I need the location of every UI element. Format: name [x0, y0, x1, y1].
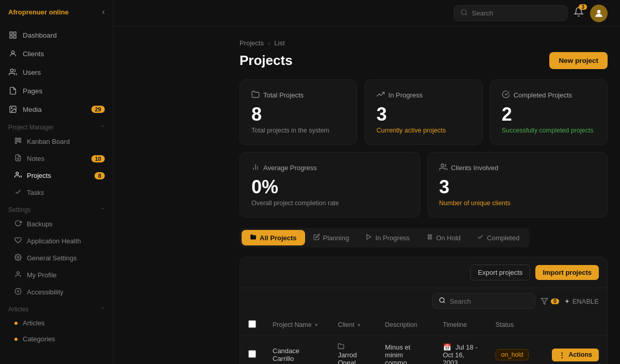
sidebar-sub-label: Application Health [27, 237, 81, 245]
sidebar-item-tasks[interactable]: Tasks [0, 184, 113, 201]
col-description: Description [385, 321, 418, 328]
notification-badge: 3 [579, 4, 587, 10]
sidebar-item-label: Users [23, 69, 41, 76]
client-icon [338, 343, 344, 351]
sidebar-item-general-settings[interactable]: General Settings [0, 250, 113, 267]
table-search-box[interactable] [432, 293, 535, 309]
svg-point-13 [16, 172, 19, 175]
accessibility-icon [14, 288, 22, 296]
sidebar-item-dashboard[interactable]: Dashboard [0, 26, 113, 44]
tab-in-progress[interactable]: In Progress [357, 230, 418, 245]
sidebar-item-clients[interactable]: Clients [0, 44, 113, 63]
tasks-icon [14, 188, 22, 197]
sidebar-item-label: Media [23, 106, 42, 113]
import-button[interactable]: Import projects [535, 265, 599, 280]
tab-completed[interactable]: Completed [469, 230, 528, 245]
stat-desc: Currently active projects [376, 127, 470, 134]
stat-cards-row2: Average Progress 0% Overall project comp… [240, 152, 608, 218]
svg-point-17 [462, 10, 466, 14]
project-manager-section: Project Manager ⌃ [0, 119, 113, 133]
check-circle-icon [502, 90, 510, 100]
pages-icon [8, 86, 18, 95]
folder-icon [251, 90, 260, 100]
projects-badge: 8 [94, 172, 105, 179]
sidebar-sub-label: General Settings [27, 254, 77, 262]
row-checkbox[interactable] [248, 350, 256, 358]
sidebar-item-kanban[interactable]: Kanban Board [0, 133, 113, 150]
sidebar-item-articles[interactable]: Articles [0, 315, 113, 331]
search-input[interactable] [472, 9, 561, 17]
page-header: Projects New project [240, 52, 608, 69]
notification-button[interactable]: 3 [574, 7, 584, 20]
media-icon [8, 105, 18, 114]
table-toolbar: Export projects Import projects [240, 257, 607, 288]
sidebar-item-backups[interactable]: Backups [0, 216, 113, 233]
sidebar-item-categories[interactable]: Categories [0, 331, 113, 347]
header-search[interactable] [454, 5, 567, 21]
tab-on-hold[interactable]: On Hold [418, 230, 469, 245]
svg-point-5 [10, 69, 13, 72]
main-content: Projects › List Projects New project Tot… [227, 27, 620, 364]
stat-card-avg-progress: Average Progress 0% Overall project comp… [240, 152, 420, 218]
sidebar-sub-label: Accessibility [27, 288, 63, 296]
actions-button[interactable]: ⋮ Actions [552, 349, 599, 361]
stat-label: Average Progress [251, 163, 408, 173]
col-project-name[interactable]: Project Name ▼ [273, 321, 321, 328]
new-project-button[interactable]: New project [549, 52, 608, 69]
status-badge: on_hold [496, 349, 529, 360]
sidebar-sub-label: Articles [23, 319, 45, 327]
sidebar-item-users[interactable]: Users [0, 63, 113, 81]
export-button[interactable]: Export projects [470, 264, 531, 280]
sidebar-item-my-profile[interactable]: My Profile [0, 267, 113, 284]
tab-icon [426, 234, 433, 242]
sidebar-item-pages[interactable]: Pages [0, 81, 113, 100]
table-search-input[interactable] [450, 297, 529, 305]
table-row: Candace Carrillo Jarrod Oneal Minus et m… [240, 336, 607, 365]
stat-label: In Progress [376, 90, 470, 100]
col-client[interactable]: Client ▼ [338, 321, 368, 328]
stat-card-total-projects: Total Projects 8 Total projects in the s… [240, 79, 357, 145]
sidebar-item-label: Dashboard [23, 31, 57, 39]
projects-table-section: Export projects Import projects 0 ✦ ENAB… [240, 257, 608, 364]
notes-badge: 10 [91, 155, 105, 162]
table-search-row: 0 ✦ ENABLE [240, 288, 607, 314]
sidebar-item-app-health[interactable]: Application Health [0, 233, 113, 250]
settings-label: Settings [8, 206, 30, 213]
general-settings-icon [14, 254, 22, 262]
enable-icon: ✦ [564, 297, 570, 305]
svg-line-18 [466, 14, 467, 15]
avatar[interactable] [590, 5, 608, 22]
tab-planning[interactable]: Planning [305, 230, 358, 245]
stat-desc: Number of unique clients [439, 200, 596, 207]
stat-label-text: Total Projects [263, 91, 304, 99]
enable-button[interactable]: ✦ ENABLE [564, 297, 599, 305]
tab-all-projects[interactable]: All Projects [242, 230, 305, 245]
backups-icon [14, 220, 22, 228]
sidebar-sub-label: My Profile [27, 271, 57, 279]
stat-desc: Successfully completed projects [502, 127, 596, 134]
svg-marker-24 [367, 235, 371, 240]
sidebar-item-projects[interactable]: Projects 8 [0, 167, 113, 184]
client-name: Jarrod Oneal [338, 351, 357, 364]
sidebar-collapse-button[interactable]: ‹ [102, 7, 105, 16]
tab-label: On Hold [436, 234, 461, 242]
sidebar-item-accessibility[interactable]: Accessibility [0, 284, 113, 301]
enable-label: ENABLE [573, 297, 599, 305]
header: 3 [114, 0, 620, 27]
sidebar-item-media[interactable]: Media 29 [0, 100, 113, 119]
tab-label: Planning [323, 234, 349, 242]
col-status: Status [496, 321, 514, 328]
col-label: Project Name [273, 321, 312, 328]
sidebar-item-notes[interactable]: Notes 10 [0, 150, 113, 167]
settings-section: Settings ⌃ [0, 201, 113, 216]
filter-button[interactable]: 0 [540, 297, 559, 305]
filter-badge: 0 [551, 299, 559, 304]
sidebar-sub-label: Backups [27, 220, 53, 228]
tab-label: All Projects [260, 234, 297, 242]
categories-dot [14, 338, 18, 341]
select-all-checkbox[interactable] [248, 320, 256, 328]
sidebar-sub-label: Notes [27, 155, 44, 162]
stat-label: Completed Projects [502, 90, 596, 100]
tab-icon [313, 234, 320, 242]
projects-table: Project Name ▼ Client ▼ Description Time… [240, 314, 607, 364]
